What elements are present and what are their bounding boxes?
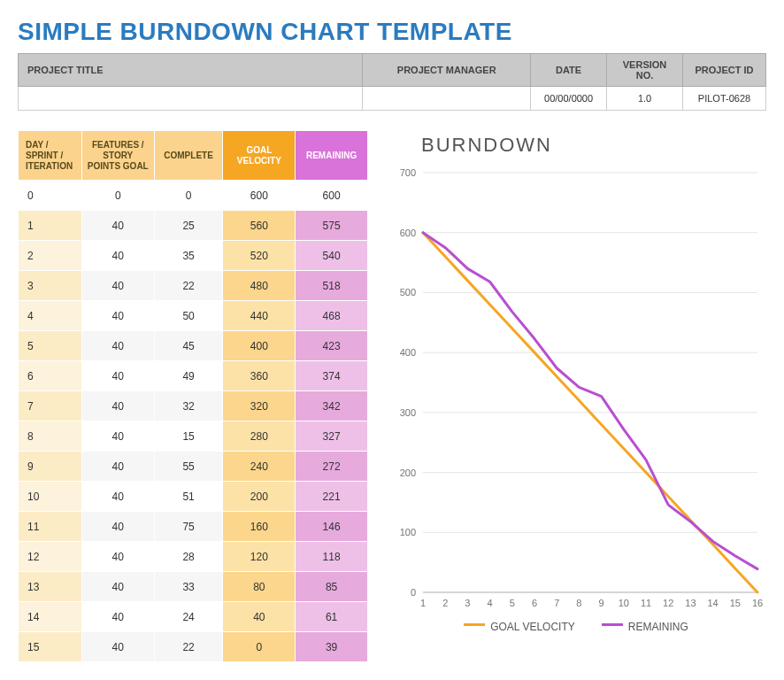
cell-remaining[interactable]: 423: [296, 331, 368, 361]
svg-text:700: 700: [400, 167, 416, 178]
cell-complete[interactable]: 0: [154, 181, 223, 211]
cell-velocity[interactable]: 440: [223, 301, 296, 331]
cell-goal[interactable]: 40: [81, 512, 154, 542]
burndown-chart: 0100200300400500600700123456789101112131…: [386, 157, 766, 617]
cell-day[interactable]: 9: [19, 452, 82, 482]
cell-day[interactable]: 4: [19, 301, 82, 331]
cell-complete[interactable]: 32: [154, 391, 223, 421]
cell-velocity[interactable]: 360: [223, 361, 296, 391]
cell-goal[interactable]: 40: [81, 361, 154, 391]
cell-complete[interactable]: 49: [154, 361, 223, 391]
cell-remaining[interactable]: 468: [296, 301, 368, 331]
meta-value-project-title[interactable]: [19, 87, 363, 111]
cell-complete[interactable]: 25: [154, 211, 223, 241]
svg-text:6: 6: [532, 598, 537, 608]
cell-day[interactable]: 6: [19, 361, 82, 391]
cell-remaining[interactable]: 575: [296, 211, 368, 241]
cell-velocity[interactable]: 520: [223, 241, 296, 271]
cell-velocity[interactable]: 200: [223, 482, 296, 512]
table-row: 84015280327: [19, 421, 368, 452]
cell-remaining[interactable]: 327: [296, 421, 368, 452]
cell-day[interactable]: 13: [19, 572, 82, 602]
cell-day[interactable]: 3: [19, 271, 82, 301]
cell-remaining[interactable]: 39: [296, 632, 368, 662]
cell-remaining[interactable]: 540: [296, 241, 368, 271]
cell-velocity[interactable]: 400: [223, 331, 296, 361]
cell-goal[interactable]: 40: [81, 391, 154, 421]
cell-goal[interactable]: 40: [81, 421, 154, 452]
meta-value-date[interactable]: 00/00/0000: [531, 87, 607, 111]
cell-day[interactable]: 5: [19, 331, 82, 361]
svg-text:11: 11: [641, 598, 651, 608]
cell-goal[interactable]: 40: [81, 602, 154, 632]
table-row: 14025560575: [19, 211, 368, 241]
svg-text:12: 12: [663, 598, 673, 608]
cell-remaining[interactable]: 221: [296, 482, 368, 512]
cell-complete[interactable]: 50: [154, 301, 223, 331]
cell-goal[interactable]: 40: [81, 452, 154, 482]
cell-remaining[interactable]: 118: [296, 542, 368, 572]
cell-complete[interactable]: 28: [154, 542, 223, 572]
table-row: 74032320342: [19, 391, 368, 421]
cell-remaining[interactable]: 61: [296, 602, 368, 632]
cell-day[interactable]: 15: [19, 632, 82, 662]
cell-remaining[interactable]: 374: [296, 361, 368, 391]
cell-goal[interactable]: 40: [81, 572, 154, 602]
cell-complete[interactable]: 22: [154, 271, 223, 301]
cell-goal[interactable]: 40: [81, 211, 154, 241]
cell-complete[interactable]: 24: [154, 602, 223, 632]
cell-velocity[interactable]: 0: [223, 632, 296, 662]
cell-complete[interactable]: 75: [154, 512, 223, 542]
cell-velocity[interactable]: 560: [223, 211, 296, 241]
cell-velocity[interactable]: 480: [223, 271, 296, 301]
meta-header-date: DATE: [531, 54, 607, 87]
meta-value-project-manager[interactable]: [363, 87, 531, 111]
cell-velocity[interactable]: 80: [223, 572, 296, 602]
meta-header-project-id: PROJECT ID: [683, 54, 766, 87]
cell-velocity[interactable]: 600: [223, 181, 296, 211]
cell-complete[interactable]: 33: [154, 572, 223, 602]
meta-value-project-id[interactable]: PILOT-0628: [683, 87, 766, 111]
meta-value-version[interactable]: 1.0: [607, 87, 683, 111]
cell-day[interactable]: 0: [19, 181, 82, 211]
cell-day[interactable]: 7: [19, 391, 82, 421]
cell-complete[interactable]: 51: [154, 482, 223, 512]
cell-remaining[interactable]: 600: [296, 181, 368, 211]
cell-goal[interactable]: 40: [81, 482, 154, 512]
cell-day[interactable]: 14: [19, 602, 82, 632]
cell-day[interactable]: 12: [19, 542, 82, 572]
cell-day[interactable]: 1: [19, 211, 82, 241]
cell-goal[interactable]: 40: [81, 301, 154, 331]
cell-velocity[interactable]: 160: [223, 512, 296, 542]
cell-goal[interactable]: 40: [81, 331, 154, 361]
cell-velocity[interactable]: 280: [223, 421, 296, 452]
cell-velocity[interactable]: 40: [223, 602, 296, 632]
cell-day[interactable]: 11: [19, 512, 82, 542]
cell-complete[interactable]: 45: [154, 331, 223, 361]
cell-day[interactable]: 2: [19, 241, 82, 271]
cell-goal[interactable]: 40: [81, 241, 154, 271]
svg-text:200: 200: [400, 468, 416, 478]
svg-text:9: 9: [599, 598, 604, 608]
cell-complete[interactable]: 15: [154, 421, 223, 452]
cell-remaining[interactable]: 85: [296, 572, 368, 602]
cell-day[interactable]: 10: [19, 482, 82, 512]
cell-complete[interactable]: 55: [154, 452, 223, 482]
cell-velocity[interactable]: 120: [223, 542, 296, 572]
cell-remaining[interactable]: 272: [296, 452, 368, 482]
cell-goal[interactable]: 40: [81, 271, 154, 301]
cell-remaining[interactable]: 342: [296, 391, 368, 421]
cell-velocity[interactable]: 240: [223, 452, 296, 482]
svg-text:500: 500: [400, 287, 416, 298]
cell-goal[interactable]: 40: [81, 542, 154, 572]
cell-goal[interactable]: 40: [81, 632, 154, 662]
legend-remaining: REMAINING: [602, 621, 688, 633]
cell-velocity[interactable]: 320: [223, 391, 296, 421]
cell-complete[interactable]: 35: [154, 241, 223, 271]
cell-remaining[interactable]: 518: [296, 271, 368, 301]
cell-complete[interactable]: 22: [154, 632, 223, 662]
cell-day[interactable]: 8: [19, 421, 82, 452]
cell-remaining[interactable]: 146: [296, 512, 368, 542]
cell-goal[interactable]: 0: [81, 181, 154, 211]
page-title: SIMPLE BURNDOWN CHART TEMPLATE: [18, 18, 766, 46]
